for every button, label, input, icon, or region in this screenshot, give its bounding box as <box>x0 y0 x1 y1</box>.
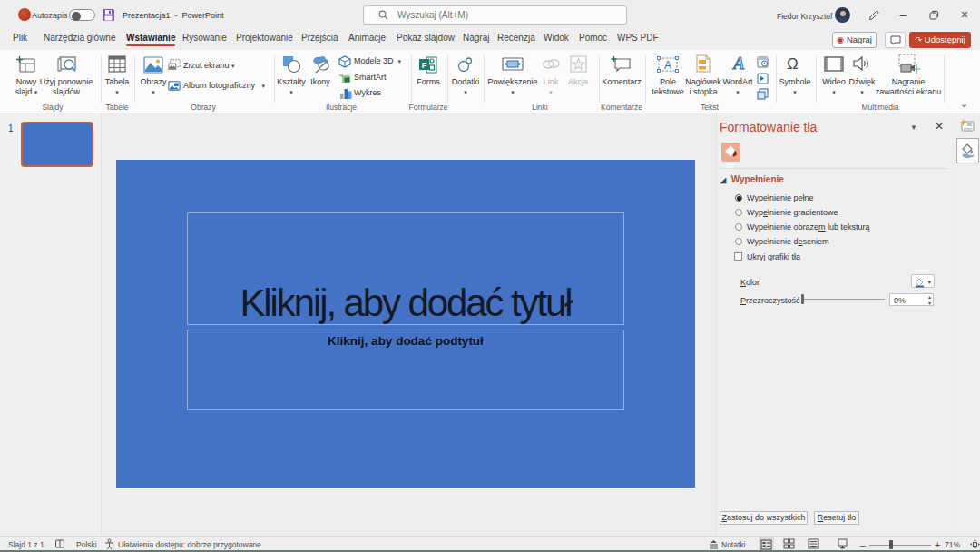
svg-text:A: A <box>664 59 671 72</box>
svg-text:F: F <box>422 61 427 70</box>
svg-text:A: A <box>731 54 744 73</box>
